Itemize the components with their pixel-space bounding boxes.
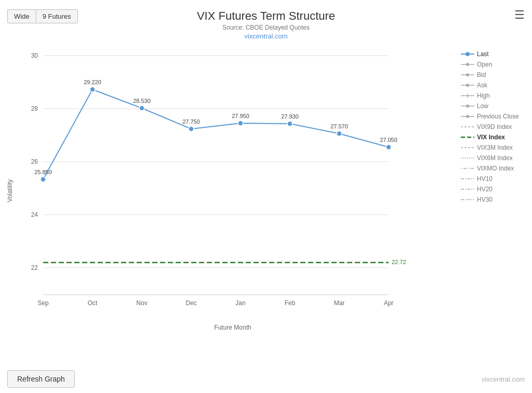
svg-point-26 (287, 121, 292, 126)
svg-text:22.72: 22.72 (392, 259, 406, 265)
legend-label-high: High (477, 92, 490, 99)
x-axis-label: Future Month (30, 324, 435, 331)
legend-item-vix[interactable]: VIX Index (461, 134, 532, 141)
legend-label-prev-close: Previous Close (477, 113, 519, 120)
legend-label-hv20: HV20 (477, 186, 493, 193)
svg-point-22 (90, 87, 95, 92)
legend-label-bid: Bid (477, 71, 486, 78)
legend-label-vix6m: VIX6M Index (477, 154, 513, 162)
page-title: VIX Futures Term Structure (0, 9, 532, 23)
svg-text:27.930: 27.930 (281, 113, 299, 120)
svg-text:22: 22 (31, 264, 38, 271)
svg-text:29.220: 29.220 (84, 79, 101, 85)
svg-point-40 (466, 63, 469, 66)
futures-button[interactable]: 9 Futures (36, 9, 78, 23)
source-label: Source: CBOE Delayed Quotes (0, 24, 532, 31)
page-header: VIX Futures Term Structure Source: CBOE … (0, 0, 532, 40)
legend-item-vix6m[interactable]: VIX6M Index (461, 154, 532, 162)
svg-point-23 (139, 106, 144, 111)
svg-point-28 (386, 145, 391, 150)
legend-label-last: Last (477, 50, 489, 58)
svg-text:Sep: Sep (37, 299, 49, 307)
refresh-button[interactable]: Refresh Graph (7, 370, 75, 388)
svg-text:Jan: Jan (235, 299, 245, 307)
legend-item-prev-close[interactable]: Previous Close (461, 113, 532, 120)
chart-container: Volatility 30 28 26 24 22 (0, 45, 532, 331)
legend-item-low[interactable]: Low (461, 102, 532, 110)
bottom-bar: Refresh Graph vixcentral.com (7, 370, 525, 388)
legend-item-hv10[interactable]: HV10 (461, 175, 532, 182)
svg-point-24 (189, 126, 194, 132)
y-axis-label: Volatility (5, 50, 15, 331)
legend-label-hv10: HV10 (477, 175, 493, 182)
svg-text:Apr: Apr (384, 299, 394, 307)
legend-item-high[interactable]: High (461, 92, 532, 99)
legend-item-open[interactable]: Open (461, 61, 532, 68)
legend-item-ask[interactable]: Ask (461, 82, 532, 89)
svg-text:27.570: 27.570 (330, 123, 348, 129)
svg-point-21 (41, 177, 46, 182)
svg-text:25.850: 25.850 (34, 169, 52, 175)
svg-text:Oct: Oct (88, 299, 98, 307)
legend-item-last[interactable]: Last (461, 50, 532, 58)
svg-point-50 (466, 115, 469, 118)
legend-item-vix9d[interactable]: VIX9D Index (461, 123, 532, 130)
legend-label-vixmo: VIXMO Index (477, 165, 514, 172)
svg-text:Nov: Nov (136, 299, 147, 307)
legend-item-vixmo[interactable]: VIXMO Index (461, 165, 532, 172)
chart-area: 30 28 26 24 22 Sep Oct Nov Dec Jan Feb M… (15, 45, 457, 331)
legend-label-vix9d: VIX9D Index (477, 123, 512, 130)
svg-point-48 (466, 104, 469, 108)
svg-text:24: 24 (31, 211, 38, 218)
legend-label-ask: Ask (477, 82, 487, 89)
svg-point-27 (337, 131, 342, 136)
watermark-label: vixcentral.com (482, 375, 525, 383)
chart-legend: Last Open Bid Ask High Low (457, 45, 532, 331)
legend-label-vix3m: VIX3M Index (477, 144, 513, 151)
menu-button[interactable]: ☰ (514, 9, 525, 21)
svg-text:28: 28 (31, 105, 38, 112)
svg-text:Mar: Mar (334, 299, 345, 307)
legend-item-hv30[interactable]: HV30 (461, 196, 532, 203)
legend-item-vix3m[interactable]: VIX3M Index (461, 144, 532, 151)
svg-text:27.950: 27.950 (232, 113, 249, 119)
svg-point-38 (466, 52, 470, 56)
svg-text:Feb: Feb (285, 299, 296, 307)
legend-label-open: Open (477, 61, 492, 68)
legend-item-hv20[interactable]: HV20 (461, 186, 532, 193)
svg-text:Dec: Dec (185, 299, 196, 307)
svg-text:26: 26 (31, 158, 38, 165)
svg-text:28.530: 28.530 (133, 98, 151, 104)
legend-label-vix: VIX Index (477, 134, 505, 141)
top-controls: Wide 9 Futures (7, 9, 78, 23)
svg-point-25 (238, 121, 243, 126)
legend-label-hv30: HV30 (477, 196, 493, 203)
svg-point-44 (466, 84, 469, 87)
svg-text:27.050: 27.050 (380, 137, 397, 143)
legend-label-low: Low (477, 102, 488, 110)
wide-button[interactable]: Wide (7, 9, 36, 23)
svg-point-42 (466, 73, 469, 76)
legend-item-bid[interactable]: Bid (461, 71, 532, 78)
site-link[interactable]: vixcentral.com (0, 32, 532, 40)
main-chart-svg: 30 28 26 24 22 Sep Oct Nov Dec Jan Feb M… (15, 45, 420, 321)
svg-text:27.750: 27.750 (182, 119, 200, 125)
svg-text:30: 30 (31, 52, 38, 59)
